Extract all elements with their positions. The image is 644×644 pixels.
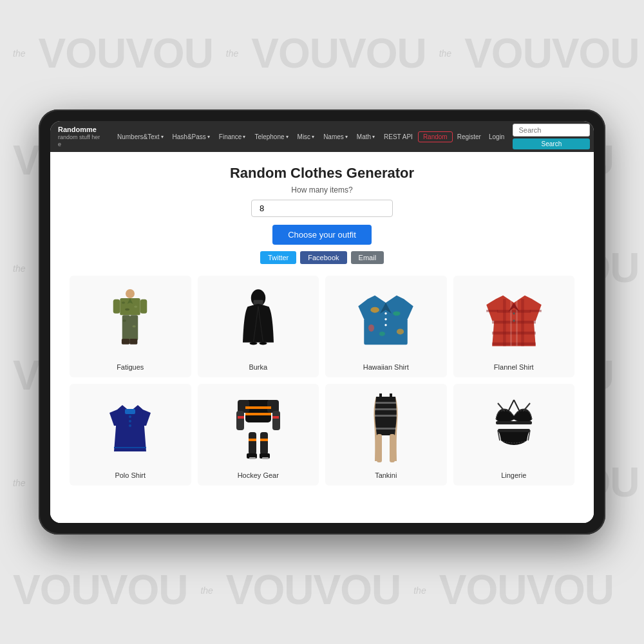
nav-misc[interactable]: Misc ▾ [294,131,319,143]
svg-rect-68 [375,415,397,417]
item-card-flannel[interactable]: Flannel Shirt [453,276,575,377]
page-title: Random Clothes Generator [63,165,581,182]
brand-logo[interactable]: Randomme random stuff her e [58,126,103,148]
item-card-lingerie[interactable]: Lingerie [453,384,575,486]
item-image-hockey [204,390,313,468]
svg-point-41 [513,319,515,321]
nav-login[interactable]: Login [486,131,507,143]
navbar: Randomme random stuff her e Numbers&Text… [50,121,594,152]
svg-rect-78 [496,421,532,424]
item-label-hockey: Hockey Gear [238,471,279,479]
svg-point-27 [393,311,401,316]
item-card-burka[interactable]: Burka [198,276,319,377]
svg-point-47 [129,424,131,427]
how-many-label: How many items? [63,185,581,194]
twitter-button[interactable]: Twitter [260,251,296,264]
email-button[interactable]: Email [351,251,384,264]
item-image-polo [76,390,185,468]
svg-point-0 [126,289,135,298]
svg-rect-57 [272,416,279,419]
tankini-svg [366,390,405,468]
items-grid: Fatigues [63,276,581,486]
choose-outfit-button[interactable]: Choose your outfit [272,225,372,245]
item-card-tankini[interactable]: Tankini [325,384,447,486]
svg-point-26 [371,307,380,313]
social-buttons: Twitter Facebook Email [63,251,581,264]
svg-point-19 [249,342,257,345]
quantity-input[interactable] [251,200,393,217]
nav-register[interactable]: Register [454,131,484,143]
hawaiian-svg [357,292,415,350]
item-label-fatigues: Fatigues [117,363,144,371]
svg-rect-58 [249,432,256,455]
item-image-flannel [460,282,569,359]
svg-rect-36 [521,299,524,346]
svg-rect-4 [113,299,120,314]
svg-rect-79 [498,429,530,432]
svg-point-11 [134,305,137,308]
nav-random-button[interactable]: Random [418,131,453,142]
item-image-lingerie [460,390,569,468]
nav-rest-api[interactable]: REST API [380,131,417,143]
svg-point-23 [385,312,387,314]
svg-rect-34 [492,343,536,346]
nav-hash-pass[interactable]: Hash&Pass ▾ [169,131,214,143]
svg-point-45 [129,415,131,418]
dropdown-arrow: ▾ [372,134,375,140]
svg-rect-54 [236,411,244,430]
search-button[interactable]: Search [513,138,590,149]
polo-svg [104,397,156,461]
tablet-screen: Randomme random stuff her e Numbers&Text… [50,121,594,523]
svg-point-20 [259,342,267,345]
nav-names[interactable]: Names ▾ [319,131,352,143]
svg-rect-5 [140,299,147,314]
svg-rect-43 [530,310,542,312]
main-content: Random Clothes Generator How many items?… [50,152,594,523]
svg-rect-9 [129,339,137,345]
brand-name: Randomme [58,126,103,134]
nav-numbers-text[interactable]: Numbers&Text ▾ [113,131,167,143]
item-card-polo[interactable]: Polo Shirt [70,384,191,486]
svg-point-46 [129,420,131,422]
svg-point-30 [379,332,385,336]
nav-finance[interactable]: Finance ▾ [215,131,250,143]
item-card-hawaiian[interactable]: Hawaiian Shirt [325,276,447,377]
item-image-fatigues [76,282,185,359]
svg-rect-37 [510,299,511,346]
nav-math[interactable]: Math ▾ [353,131,379,143]
svg-rect-59 [260,432,268,455]
item-label-polo: Polo Shirt [115,471,146,479]
dropdown-arrow: ▾ [161,134,164,140]
svg-point-25 [385,324,387,326]
svg-rect-67 [375,408,397,410]
svg-rect-31 [492,310,536,313]
hockey-svg [232,397,284,461]
svg-point-14 [133,325,136,328]
search-area: Search [513,124,590,149]
facebook-button[interactable]: Facebook [300,251,346,264]
item-label-flannel: Flannel Shirt [494,363,534,371]
fatigues-svg [108,285,153,356]
svg-rect-35 [503,299,506,346]
svg-point-13 [123,319,126,322]
item-label-lingerie: Lingerie [501,471,526,479]
item-label-tankini: Tankini [375,471,397,479]
svg-point-28 [368,325,374,332]
svg-rect-53 [245,413,271,415]
nav-telephone[interactable]: Telephone ▾ [251,131,292,143]
svg-rect-69 [379,393,382,401]
svg-point-12 [125,308,129,311]
svg-rect-64 [249,457,256,459]
tablet-frame: Randomme random stuff her e Numbers&Text… [39,109,605,535]
svg-rect-8 [122,339,129,345]
item-card-fatigues[interactable]: Fatigues [70,276,191,377]
flannel-svg [485,292,543,350]
svg-rect-66 [375,402,396,404]
svg-rect-44 [125,409,135,414]
item-card-hockey[interactable]: Hockey Gear [198,384,319,486]
item-label-burka: Burka [249,363,267,371]
item-image-burka [204,282,313,359]
svg-rect-70 [390,393,392,401]
search-input[interactable] [513,124,590,137]
svg-rect-61 [260,439,268,441]
